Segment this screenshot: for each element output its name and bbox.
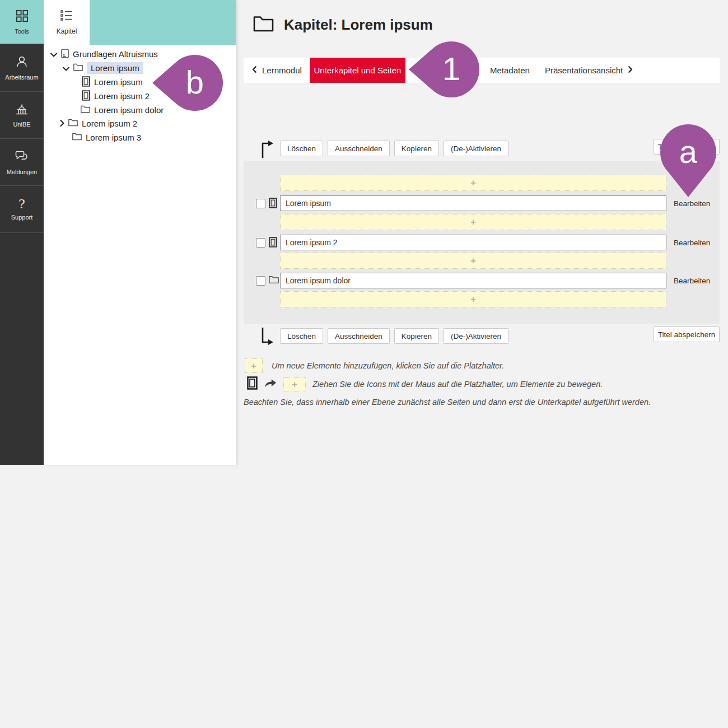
chat-icon xyxy=(15,150,29,165)
tree-item-label[interactable]: Grundlagen Altruismus xyxy=(73,49,158,59)
tab-unterkapitel-und-seiten-active[interactable]: Unterkapitel und Seiten xyxy=(310,58,405,83)
document-icon xyxy=(61,49,69,60)
tree-item: Lorem ipsum 2 xyxy=(60,116,137,130)
tab-metadaten[interactable]: Metadaten xyxy=(490,58,530,83)
hint-order-note: Beachten Sie, dass innerhalb einer Ebene… xyxy=(244,398,651,407)
folder-icon xyxy=(68,119,78,128)
insert-placeholder-sample: + xyxy=(245,358,263,373)
left-rail: Tools Arbeitsraum UniBE Meldungen ? Supp… xyxy=(0,0,44,465)
insert-placeholder[interactable]: + xyxy=(280,214,666,230)
hint-add-elements: + Um neue Elemente hinzuzufügen, klicken… xyxy=(245,358,504,373)
insert-placeholder-sample: + xyxy=(283,377,306,391)
hint-text: Ziehen Sie die Icons mit der Maus auf di… xyxy=(312,380,603,389)
move-down-arrow-icon xyxy=(260,326,274,349)
toggle-active-button[interactable]: (De-)Aktivieren xyxy=(444,141,508,156)
page-icon[interactable] xyxy=(269,198,277,211)
page-icon xyxy=(82,76,90,88)
tree-item-root: Grundlagen Altruismus xyxy=(50,47,158,61)
tab-lernmodul[interactable]: Lernmodul xyxy=(252,58,302,83)
cut-button[interactable]: Ausschneiden xyxy=(328,328,390,344)
rail-item-label: Support xyxy=(11,214,33,221)
row-checkbox[interactable] xyxy=(256,199,265,208)
title-input[interactable] xyxy=(280,195,666,211)
tree-item-label[interactable]: Lorem ipsum dolor xyxy=(94,105,164,115)
insert-placeholder[interactable]: + xyxy=(280,253,666,269)
bottom-toolbar: Löschen Ausschneiden Kopieren (De-)Aktiv… xyxy=(280,328,508,344)
tree-item: Lorem ipsum dolor xyxy=(81,103,164,117)
tab-praesentation-label: Präsentationsansicht xyxy=(545,66,623,75)
row-checkbox[interactable] xyxy=(256,276,265,286)
tree-item-label[interactable]: Lorem ipsum xyxy=(87,62,143,74)
plus-icon: + xyxy=(292,380,297,389)
rail-item-meldungen[interactable]: Meldungen xyxy=(0,139,44,185)
toggle-active-button[interactable]: (De-)Aktivieren xyxy=(444,328,508,344)
rail-item-tools[interactable]: Tools xyxy=(0,0,44,44)
plus-icon: + xyxy=(470,217,476,227)
tab-unterkapitel-label: Unterkapitel und Seiten xyxy=(314,66,402,75)
tree-item-label[interactable]: Lorem ipsum 3 xyxy=(86,133,141,142)
forward-arrow-icon xyxy=(264,379,277,390)
delete-button[interactable]: Löschen xyxy=(280,141,323,156)
folder-icon xyxy=(72,133,82,142)
chevron-down-icon[interactable] xyxy=(50,49,57,59)
title-input[interactable] xyxy=(280,235,666,250)
grid-icon xyxy=(16,10,29,25)
hint-move-elements: + Ziehen Sie die Icons mit der Maus auf … xyxy=(247,375,603,393)
plus-icon: + xyxy=(470,295,476,304)
move-up-arrow-icon xyxy=(260,139,274,161)
tree-item: Lorem ipsum xyxy=(63,61,143,75)
tree-item-label[interactable]: Lorem ipsum 2 xyxy=(94,91,150,101)
tab-kapitel-label: Kapitel xyxy=(57,27,77,35)
rail-item-arbeitsraum[interactable]: Arbeitsraum xyxy=(0,44,44,91)
tree-item: Lorem ipsum 3 xyxy=(72,130,141,144)
rail-item-unibe[interactable]: UniBE xyxy=(0,92,44,138)
rail-item-label: Meldungen xyxy=(7,169,37,175)
tab-praesentationsansicht[interactable]: Präsentationsansicht xyxy=(545,58,633,83)
rail-item-support[interactable]: ? Support xyxy=(0,186,44,232)
person-icon xyxy=(15,55,29,71)
delete-button[interactable]: Löschen xyxy=(280,328,323,344)
page-header: Kapitel: Lorem ipsum xyxy=(253,16,433,34)
cut-button[interactable]: Ausschneiden xyxy=(328,141,390,156)
tree-item: Lorem ipsum 2 xyxy=(82,89,150,103)
chevron-left-icon xyxy=(252,66,257,76)
insert-placeholder[interactable]: + xyxy=(280,175,666,191)
plus-icon: + xyxy=(251,361,256,371)
insert-placeholder[interactable]: + xyxy=(280,291,666,307)
chevron-right-icon xyxy=(628,66,633,75)
plus-icon: + xyxy=(470,178,476,188)
edit-link[interactable]: Bearbeiten xyxy=(674,239,710,247)
rail-item-label: UniBE xyxy=(13,121,30,128)
folder-icon xyxy=(73,63,83,73)
divider xyxy=(0,232,44,233)
list-icon xyxy=(60,10,73,23)
save-title-button-top[interactable]: Titel abspeichern xyxy=(654,139,720,155)
folder-icon[interactable] xyxy=(269,276,279,286)
tab-kapitel[interactable]: Kapitel xyxy=(44,0,90,45)
rail-item-label: Arbeitsraum xyxy=(5,74,38,81)
folder-icon xyxy=(81,105,90,115)
rail-item-label: Tools xyxy=(15,28,29,35)
tree-item-label[interactable]: Lorem ipsum 2 xyxy=(82,119,137,128)
page-icon xyxy=(247,375,258,393)
university-icon xyxy=(15,102,29,118)
page: Tools Arbeitsraum UniBE Meldungen ? Supp… xyxy=(0,0,728,728)
tab-lernmodul-label: Lernmodul xyxy=(262,66,302,75)
chevron-down-icon[interactable] xyxy=(63,63,69,73)
page-icon[interactable] xyxy=(269,237,277,250)
top-toolbar: Löschen Ausschneiden Kopieren (De-)Aktiv… xyxy=(280,141,508,156)
plus-icon: + xyxy=(470,256,476,265)
page-icon xyxy=(82,90,90,102)
edit-link[interactable]: Bearbeiten xyxy=(674,277,710,285)
copy-button[interactable]: Kopieren xyxy=(394,141,439,156)
chevron-right-icon[interactable] xyxy=(60,119,64,128)
title-input[interactable] xyxy=(280,273,666,288)
tree-item-label[interactable]: Lorem ipsum xyxy=(94,77,143,87)
hint-text: Beachten Sie, dass innerhalb einer Ebene… xyxy=(244,398,651,407)
save-title-button-bottom[interactable]: Titel abspeichern xyxy=(654,326,720,342)
copy-button[interactable]: Kopieren xyxy=(394,328,439,344)
question-icon: ? xyxy=(18,198,25,211)
edit-link[interactable]: Bearbeiten xyxy=(674,199,710,208)
row-checkbox[interactable] xyxy=(256,238,265,248)
hint-text: Um neue Elemente hinzuzufügen, klicken S… xyxy=(272,361,504,370)
